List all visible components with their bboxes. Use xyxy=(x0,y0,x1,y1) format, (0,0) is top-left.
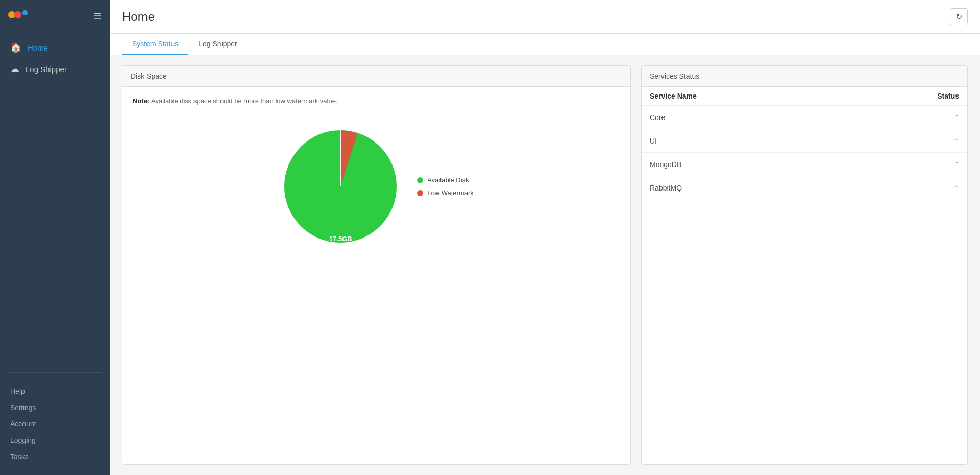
sidebar-item-logging[interactable]: Logging xyxy=(0,432,110,448)
sidebar-divider xyxy=(8,372,102,373)
pie-chart-label: 17.5GB xyxy=(329,235,352,243)
sidebar-item-tasks[interactable]: Tasks xyxy=(0,448,110,465)
service-row-mongodb: MongoDB ↑ xyxy=(642,153,967,176)
logo-dot-blue xyxy=(22,10,28,15)
legend-dot-watermark xyxy=(417,190,423,196)
services-table-header: Service Name Status xyxy=(642,87,967,106)
logo xyxy=(8,7,34,26)
tabs-bar: System Status Log Shipper xyxy=(110,34,980,55)
service-row-rabbitmq: RabbitMQ ↑ xyxy=(642,176,967,199)
legend-label-available: Available Disk xyxy=(427,176,469,184)
legend-item-available: Available Disk xyxy=(417,176,474,184)
service-name-ui: UI xyxy=(650,137,657,145)
service-status-rabbitmq: ↑ xyxy=(954,182,959,193)
legend-item-watermark: Low Watermark xyxy=(417,189,474,197)
service-name-mongodb: MongoDB xyxy=(650,160,681,169)
sidebar-header: ☰ xyxy=(0,0,110,33)
service-status-mongodb: ↑ xyxy=(954,159,959,170)
disk-space-note: Note: Available disk space should be mor… xyxy=(133,97,620,105)
service-name-core: Core xyxy=(650,113,665,122)
tab-log-shipper[interactable]: Log Shipper xyxy=(188,34,248,55)
services-scroll[interactable]: Core ↑ UI ↑ MongoDB ↑ RabbitMQ ↑ xyxy=(642,106,967,199)
logo-dot-red xyxy=(14,11,21,18)
col-service-name: Service Name xyxy=(650,92,697,100)
pie-chart-svg xyxy=(279,125,402,248)
note-bold: Note: xyxy=(133,97,150,105)
services-panel-header: Services Status xyxy=(642,66,967,87)
sidebar-item-home[interactable]: 🏠 Home xyxy=(0,37,110,58)
chart-legend: Available Disk Low Watermark xyxy=(417,176,474,197)
services-table: Service Name Status Core ↑ UI ↑ MongoDB … xyxy=(642,87,967,199)
service-row-core: Core ↑ xyxy=(642,106,967,129)
content-area: Disk Space Note: Available disk space sh… xyxy=(110,55,980,475)
sidebar-nav: 🏠 Home ☁ Log Shipper xyxy=(0,33,110,367)
service-row-ui: UI ↑ xyxy=(642,129,967,153)
disk-space-panel-header: Disk Space xyxy=(122,66,630,87)
main-content: Home ↻ System Status Log Shipper Disk Sp… xyxy=(110,0,980,475)
sidebar-item-help[interactable]: Help xyxy=(0,383,110,399)
sidebar-item-home-label: Home xyxy=(28,43,48,52)
service-status-ui: ↑ xyxy=(954,135,959,146)
chart-container: 17.5GB Available Disk Low Watermark xyxy=(133,115,620,258)
home-icon: 🏠 xyxy=(10,42,21,53)
sidebar-item-log-shipper-label: Log Shipper xyxy=(26,65,67,74)
legend-dot-available xyxy=(417,177,423,183)
note-content: Available disk space should be more than… xyxy=(150,97,337,105)
hamburger-icon[interactable]: ☰ xyxy=(93,11,102,22)
disk-space-panel-body: Note: Available disk space should be mor… xyxy=(122,87,630,268)
sidebar-item-account[interactable]: Account xyxy=(0,416,110,432)
refresh-button[interactable]: ↻ xyxy=(950,8,968,25)
sidebar-bottom: Help Settings Account Logging Tasks xyxy=(0,378,110,475)
cloud-icon: ☁ xyxy=(10,63,19,75)
sidebar-item-settings[interactable]: Settings xyxy=(0,399,110,416)
pie-chart: 17.5GB xyxy=(279,125,402,248)
service-status-core: ↑ xyxy=(954,112,959,123)
main-header: Home ↻ xyxy=(110,0,980,34)
disk-space-panel: Disk Space Note: Available disk space sh… xyxy=(122,65,631,465)
col-status: Status xyxy=(937,92,959,100)
legend-label-watermark: Low Watermark xyxy=(427,189,474,197)
services-status-panel: Services Status Service Name Status Core… xyxy=(641,65,968,465)
page-title: Home xyxy=(122,10,155,24)
sidebar: ☰ 🏠 Home ☁ Log Shipper Help Settings Acc… xyxy=(0,0,110,475)
service-name-rabbitmq: RabbitMQ xyxy=(650,184,682,192)
tab-system-status[interactable]: System Status xyxy=(122,34,188,55)
sidebar-item-log-shipper[interactable]: ☁ Log Shipper xyxy=(0,58,110,80)
